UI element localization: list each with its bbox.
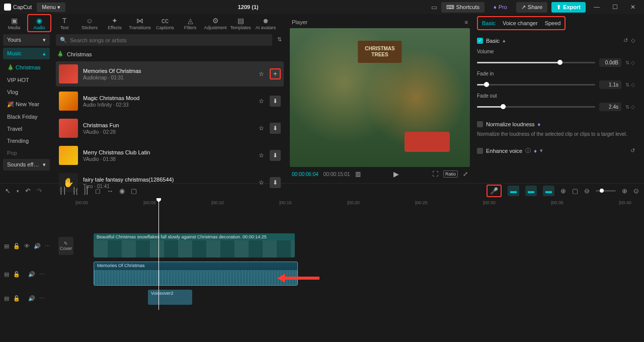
info-icon[interactable]: ⓘ (525, 147, 531, 154)
song-item[interactable]: Memories Of ChristmasAudioknap · 01:31 ☆… (56, 61, 284, 87)
fit-icon[interactable]: ⊙ (633, 187, 639, 195)
play-button[interactable]: ▶ (393, 170, 399, 178)
video-clip[interactable]: Beautiful Christmas snowflakes fall slow… (94, 233, 295, 258)
zoom-in-icon[interactable]: ⊕ (622, 187, 627, 195)
voiceover-clip[interactable]: Voiceover2 (148, 290, 192, 305)
ratio-button[interactable]: Ratio (443, 170, 458, 178)
auto-sync-icon[interactable]: ▬ (543, 186, 554, 196)
export-button[interactable]: ⬆Export (551, 2, 586, 13)
marker-icon[interactable]: ◉ (119, 187, 125, 195)
tab-speed[interactable]: Speed (545, 20, 561, 26)
add-button[interactable]: + (270, 68, 281, 79)
video-preview[interactable]: CHRISTMAS TREES (290, 28, 470, 167)
music-dropdown[interactable]: Music▴ (3, 48, 50, 59)
favorite-icon[interactable]: ☆ (256, 96, 267, 107)
cat-newyear[interactable]: 🎉 New Year (3, 98, 50, 111)
track-lock-icon[interactable]: 🔓 (13, 271, 20, 278)
split-icon[interactable]: ⎮⎮ (59, 187, 66, 195)
split-left-icon[interactable]: ⎮[ (72, 187, 78, 195)
reverse-icon[interactable]: ↔ (107, 187, 113, 195)
favorite-icon[interactable]: ☆ (256, 68, 267, 79)
favorite-icon[interactable]: ☆ (256, 177, 267, 188)
player-menu-icon[interactable]: ≡ (465, 19, 468, 25)
tab-voice-changer[interactable]: Voice changer (503, 20, 538, 26)
track-more-icon[interactable]: ⋯ (45, 243, 50, 249)
tab-adjustment[interactable]: ⚙Adjustment (203, 14, 227, 32)
tab-basic[interactable]: Basic (482, 20, 496, 26)
close-button[interactable]: ✕ (626, 4, 640, 11)
tab-filters[interactable]: ◬Filters (178, 14, 202, 32)
normalize-checkbox[interactable] (477, 121, 483, 127)
maximize-button[interactable]: ☐ (608, 4, 622, 11)
menu-button[interactable]: Menu ▾ (37, 3, 65, 12)
favorite-icon[interactable]: ☆ (256, 150, 267, 161)
tab-transitions[interactable]: ⋈Transitions (128, 14, 152, 32)
layout-icon[interactable]: ▭ (431, 4, 437, 11)
volume-slider[interactable] (477, 62, 595, 63)
zoom-out-icon[interactable]: ⊖ (584, 187, 590, 195)
fadein-value[interactable]: 1.1s (599, 80, 621, 89)
keyframe-icon[interactable]: ◇ (631, 104, 635, 110)
tab-audio[interactable]: ◉Audio (27, 14, 51, 32)
tab-media[interactable]: ▣Media (2, 14, 26, 32)
redo-icon[interactable]: ↷ (37, 187, 42, 195)
snap-icon[interactable]: ▢ (572, 187, 578, 195)
tab-captions[interactable]: ccCaptions (153, 14, 177, 32)
undo-icon[interactable]: ↶ (25, 187, 31, 195)
keyframe-icon[interactable]: ◇ (631, 37, 635, 44)
search-input[interactable]: 🔍 (56, 34, 272, 46)
track-collapse-icon[interactable]: ▤ (4, 243, 9, 249)
pro-button[interactable]: ♦Pro (489, 2, 512, 12)
track-more-icon[interactable]: ⋯ (39, 295, 45, 302)
download-icon[interactable]: ⬇ (270, 150, 281, 161)
cat-christmas[interactable]: 🎄 Christmas (3, 61, 50, 74)
fadein-slider[interactable] (477, 84, 595, 86)
download-icon[interactable]: ⬇ (270, 177, 281, 188)
fadeout-value[interactable]: 2.4s (599, 103, 621, 111)
song-item[interactable]: Christmas FunVAudio · 02:28 ☆⬇ (56, 116, 284, 141)
tab-text[interactable]: TText (52, 14, 76, 32)
share-button[interactable]: ↗Share (516, 2, 547, 13)
track-collapse-icon[interactable]: ▤ (4, 295, 9, 302)
split-right-icon[interactable]: ]⎮ (84, 187, 90, 195)
reset-icon[interactable]: ↺ (630, 147, 635, 154)
tab-avatars[interactable]: ☻AI avatars (254, 14, 278, 32)
tab-stickers[interactable]: ☺Stickers (77, 14, 102, 32)
yours-dropdown[interactable]: Yours▾ (3, 34, 50, 46)
scale-icon[interactable]: ⛶ (432, 170, 438, 178)
stepper-icon[interactable]: ⇅ (625, 82, 629, 88)
download-icon[interactable]: ⬇ (270, 96, 281, 107)
track-eye-icon[interactable]: 👁 (24, 243, 30, 249)
cat-travel[interactable]: Travel (3, 123, 50, 135)
track-lock-icon[interactable]: 🔓 (13, 295, 20, 302)
tab-templates[interactable]: ▤Templates (228, 14, 253, 32)
filter-icon[interactable]: ⇅ (275, 34, 284, 46)
select-tool-icon[interactable]: ↖ (5, 187, 11, 195)
crop-icon[interactable]: ◻ (95, 187, 101, 195)
audio-clip[interactable]: Memories Of Christmas (94, 262, 298, 286)
keyframe-icon[interactable]: ◇ (631, 82, 635, 88)
stepper-icon[interactable]: ⇅ (625, 104, 629, 110)
cat-vlog[interactable]: Vlog (3, 86, 50, 98)
download-icon[interactable]: ⬇ (270, 123, 281, 134)
cat-trending[interactable]: Trending (3, 135, 50, 147)
fadeout-slider[interactable] (477, 106, 595, 108)
stepper-icon[interactable]: ⇅ (625, 60, 629, 65)
sounds-dropdown[interactable]: Sounds eff…▾ (3, 159, 50, 170)
minimize-button[interactable]: — (590, 4, 604, 11)
compare-icon[interactable]: ▥ (355, 170, 361, 178)
cat-blackfriday[interactable]: Black Friday (3, 111, 50, 123)
song-item[interactable]: Merry Christmas Club LatinVAudio · 01:38… (56, 143, 284, 168)
tab-effects[interactable]: ✦Effects (103, 14, 127, 32)
cat-viphot[interactable]: VIP HOT (3, 74, 50, 86)
track-mute-icon[interactable]: 🔊 (28, 295, 35, 302)
cover-button[interactable]: ✎Cover (58, 237, 73, 255)
playhead[interactable] (158, 198, 159, 310)
keyframe-icon[interactable]: ◇ (631, 60, 635, 65)
track-more-icon[interactable]: ⋯ (39, 271, 45, 278)
freeze-icon[interactable]: ▢ (131, 187, 137, 195)
auto-cut-icon[interactable]: ▬ (508, 186, 519, 196)
track-mute-icon[interactable]: 🔊 (34, 243, 41, 249)
enhance-checkbox[interactable] (477, 148, 483, 154)
song-item[interactable]: ✋ fairy tale fantasy christmas(1286544)T… (56, 170, 284, 195)
